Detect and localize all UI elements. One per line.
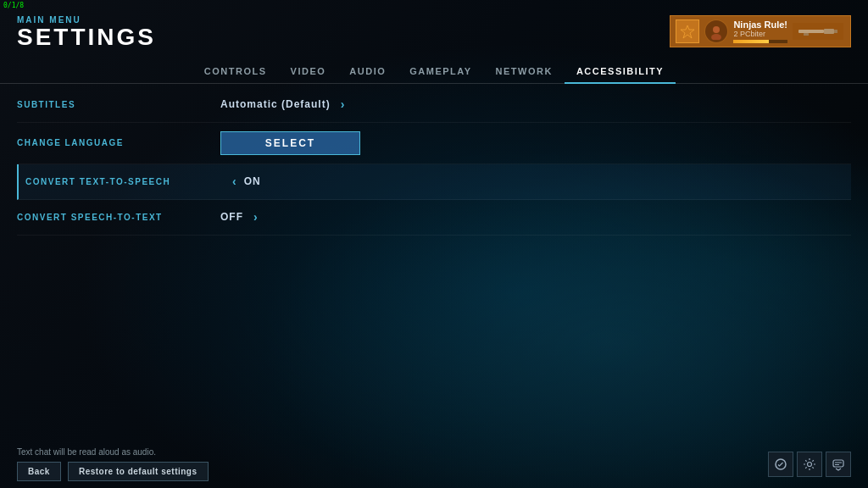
svg-point-8 (808, 463, 812, 467)
svg-rect-4 (824, 29, 834, 34)
player-info: Ninjas Rule! 2 PCbiter (733, 19, 787, 43)
player-name: Ninjas Rule! (733, 19, 787, 30)
svg-rect-9 (833, 460, 843, 467)
svg-rect-5 (804, 33, 809, 36)
debug-text: 0/1/8 (3, 2, 24, 9)
player-sub: 2 PCbiter (733, 30, 787, 38)
settings-row-subtitles[interactable]: SUBTITLES Automatic (Default) › (17, 87, 851, 123)
nav-tabs: CONTROLS VIDEO AUDIO GAMEPLAY NETWORK AC… (0, 54, 868, 84)
language-label: CHANGE LANGUAGE (17, 138, 220, 147)
title-group: MAIN MENU SETTINGS (17, 15, 156, 51)
settings-row-stt[interactable]: CONVERT SPEECH-TO-TEXT OFF › (17, 200, 851, 236)
subtitles-value: Automatic (Default) › (220, 97, 345, 111)
svg-rect-6 (834, 30, 837, 33)
back-button[interactable]: Back (17, 462, 61, 481)
tts-value: ‹ ON (229, 175, 261, 188)
language-value: Select (220, 131, 360, 155)
subtitles-label: SUBTITLES (17, 100, 220, 109)
tab-video[interactable]: VIDEO (279, 61, 338, 83)
subtitles-right-arrow: › (341, 97, 346, 111)
tab-network[interactable]: NETWORK (484, 61, 565, 83)
xp-bar (733, 40, 768, 43)
settings-icon-button[interactable] (797, 452, 822, 477)
footer-hint: Text chat will be read aloud as audio. (17, 447, 760, 457)
settings-area: SUBTITLES Automatic (Default) › CHANGE L… (0, 87, 868, 236)
xp-bar-container (733, 40, 787, 43)
stt-value: OFF › (220, 210, 259, 224)
tab-accessibility[interactable]: ACCESSIBILITY (565, 61, 676, 83)
restore-defaults-button[interactable]: Restore to default settings (68, 462, 209, 481)
page-title: SETTINGS (17, 25, 156, 51)
steam-icon-button[interactable] (768, 452, 793, 477)
tts-left-arrow: ‹ (232, 175, 237, 188)
footer-icons (768, 452, 851, 477)
settings-row-language[interactable]: CHANGE LANGUAGE Select (17, 123, 851, 164)
rank-icon (676, 19, 699, 43)
stt-right-arrow: › (253, 210, 259, 224)
language-select-button[interactable]: Select (220, 131, 360, 155)
svg-point-1 (713, 26, 720, 33)
chat-icon-button[interactable] (826, 452, 851, 477)
stt-label: CONVERT SPEECH-TO-TEXT (17, 213, 220, 222)
tab-controls[interactable]: CONTROLS (192, 61, 279, 83)
footer: Text chat will be read aloud as audio. B… (0, 441, 868, 488)
settings-row-tts[interactable]: CONVERT TEXT-TO-SPEECH ‹ ON (17, 164, 851, 200)
svg-rect-3 (798, 30, 824, 33)
svg-marker-0 (681, 25, 694, 38)
avatar (704, 19, 728, 43)
player-weapon (793, 23, 843, 40)
tab-audio[interactable]: AUDIO (337, 61, 398, 83)
tts-label: CONVERT TEXT-TO-SPEECH (25, 177, 229, 186)
tab-gameplay[interactable]: GAMEPLAY (398, 61, 483, 83)
player-badge: Ninjas Rule! 2 PCbiter (670, 15, 851, 47)
header: MAIN MENU SETTINGS Ninjas Rule! 2 PCbite… (0, 0, 868, 51)
svg-point-2 (711, 34, 721, 40)
